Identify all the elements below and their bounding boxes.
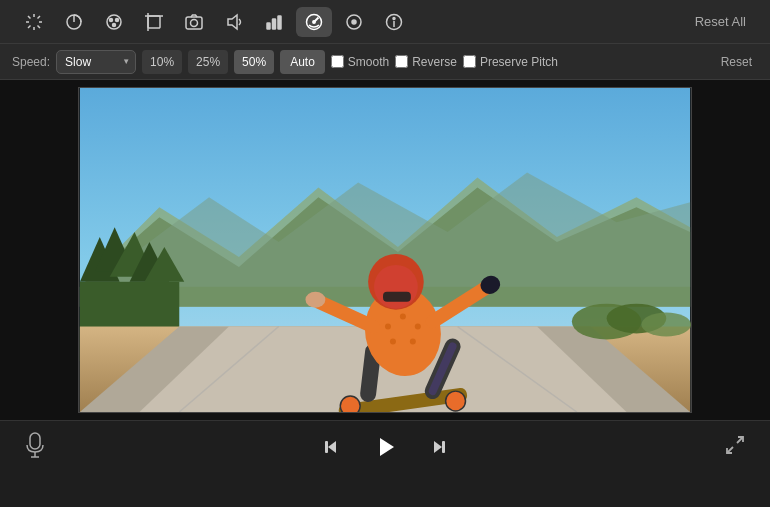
svg-line-6 (38, 16, 41, 19)
svg-rect-60 (383, 292, 411, 302)
speed-50pct-btn[interactable]: 50% (234, 50, 274, 74)
speed-dropdown-wrapper[interactable]: Slow Normal Fast Custom (56, 50, 136, 74)
color-wheel-btn[interactable] (56, 7, 92, 37)
svg-point-54 (400, 314, 406, 320)
svg-point-11 (116, 18, 119, 21)
reverse-checkbox[interactable] (395, 55, 408, 68)
speed-toolbar: Speed: Slow Normal Fast Custom 10% 25% 5… (0, 44, 770, 80)
play-button[interactable] (367, 429, 403, 465)
smooth-toggle[interactable]: Smooth (331, 55, 389, 69)
svg-marker-69 (328, 441, 336, 453)
preserve-pitch-checkbox[interactable] (463, 55, 476, 68)
svg-point-59 (374, 265, 418, 309)
shape-tool-btn[interactable] (336, 7, 372, 37)
svg-line-7 (28, 25, 31, 28)
video-area (0, 80, 770, 420)
color-palette-btn[interactable] (96, 7, 132, 37)
sparkle-tool-btn[interactable] (16, 7, 52, 37)
info-tool-btn[interactable] (376, 7, 412, 37)
svg-rect-66 (30, 433, 40, 449)
speed-dropdown[interactable]: Slow Normal Fast Custom (56, 50, 136, 74)
speed-25pct-btn[interactable]: 25% (188, 50, 228, 74)
reverse-toggle[interactable]: Reverse (395, 55, 457, 69)
svg-line-5 (38, 25, 41, 28)
svg-point-25 (352, 20, 356, 24)
camera-tool-btn[interactable] (176, 7, 212, 37)
transport-controls (315, 429, 455, 465)
svg-point-49 (446, 391, 466, 411)
speed-label: Speed: (12, 55, 50, 69)
svg-point-17 (191, 19, 198, 26)
reset-all-button[interactable]: Reset All (687, 10, 754, 33)
svg-point-28 (393, 17, 395, 19)
svg-rect-70 (325, 441, 328, 453)
svg-rect-21 (278, 16, 281, 29)
svg-point-23 (313, 20, 315, 22)
audio-tool-btn[interactable] (216, 7, 252, 37)
svg-rect-20 (273, 19, 276, 29)
svg-point-12 (113, 23, 116, 26)
svg-line-4 (28, 16, 31, 19)
svg-rect-13 (148, 16, 160, 28)
top-toolbar: Reset All (0, 0, 770, 44)
svg-marker-18 (228, 15, 237, 29)
speed-auto-btn[interactable]: Auto (280, 50, 325, 74)
svg-rect-19 (267, 23, 270, 29)
crop-tool-btn[interactable] (136, 7, 172, 37)
skip-forward-button[interactable] (423, 431, 455, 463)
mic-button[interactable] (24, 432, 46, 461)
transport-bar (0, 420, 770, 472)
preserve-pitch-toggle[interactable]: Preserve Pitch (463, 55, 558, 69)
svg-point-57 (410, 338, 416, 344)
speed-tool-btn[interactable] (296, 7, 332, 37)
smooth-label: Smooth (348, 55, 389, 69)
video-frame (78, 87, 692, 413)
svg-point-10 (110, 18, 113, 21)
svg-marker-71 (380, 438, 394, 456)
reverse-label: Reverse (412, 55, 457, 69)
smooth-checkbox[interactable] (331, 55, 344, 68)
svg-rect-73 (442, 441, 445, 453)
svg-point-46 (641, 313, 691, 337)
svg-point-53 (385, 324, 391, 330)
svg-point-62 (305, 292, 325, 308)
speed-reset-btn[interactable]: Reset (715, 53, 758, 71)
svg-point-55 (415, 324, 421, 330)
svg-marker-72 (434, 441, 442, 453)
svg-line-50 (368, 351, 373, 394)
fullscreen-button[interactable] (724, 434, 746, 459)
chart-tool-btn[interactable] (256, 7, 292, 37)
preserve-pitch-label: Preserve Pitch (480, 55, 558, 69)
svg-point-56 (390, 338, 396, 344)
video-scene (79, 88, 691, 412)
speed-10pct-btn[interactable]: 10% (142, 50, 182, 74)
svg-point-48 (340, 396, 360, 412)
skip-back-button[interactable] (315, 431, 347, 463)
